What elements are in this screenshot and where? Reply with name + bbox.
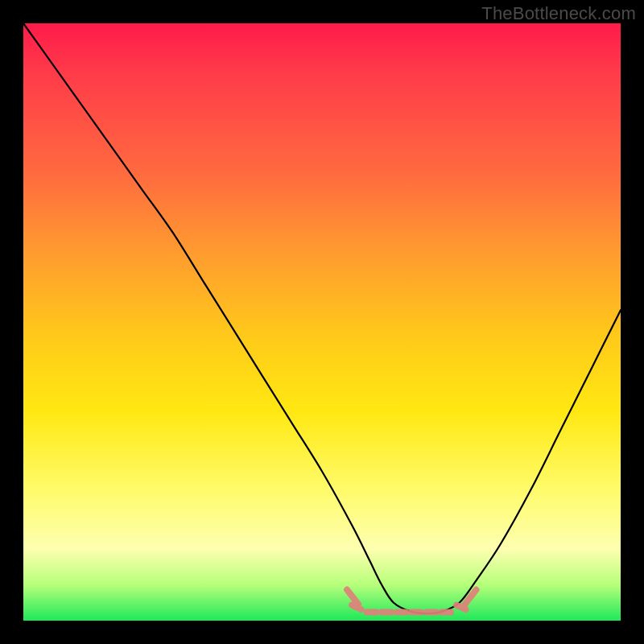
watermark-text: TheBottleneck.com <box>481 3 636 24</box>
plot-area <box>23 23 621 621</box>
tolerance-band <box>347 590 476 613</box>
bottleneck-curve-svg <box>23 23 621 621</box>
chart-frame: TheBottleneck.com <box>0 0 644 644</box>
bottleneck-curve <box>23 23 621 613</box>
